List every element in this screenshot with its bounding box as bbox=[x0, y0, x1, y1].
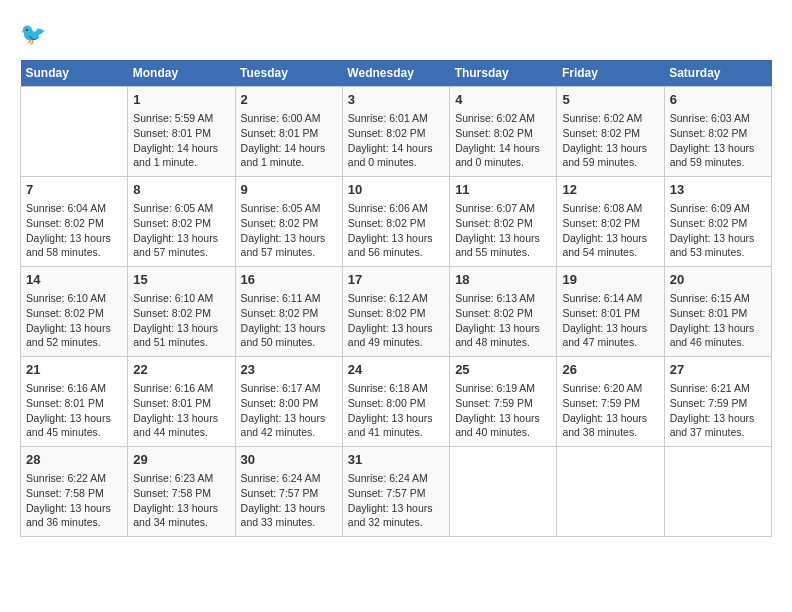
day-number: 9 bbox=[241, 181, 337, 199]
calendar-cell: 8Sunrise: 6:05 AMSunset: 8:02 PMDaylight… bbox=[128, 177, 235, 267]
calendar-cell: 2Sunrise: 6:00 AMSunset: 8:01 PMDaylight… bbox=[235, 87, 342, 177]
cell-line: and 58 minutes. bbox=[26, 245, 122, 260]
calendar-cell: 17Sunrise: 6:12 AMSunset: 8:02 PMDayligh… bbox=[342, 267, 449, 357]
day-number: 14 bbox=[26, 271, 122, 289]
cell-line: and 53 minutes. bbox=[670, 245, 766, 260]
cell-line: Sunset: 8:02 PM bbox=[241, 306, 337, 321]
calendar-week-row: 14Sunrise: 6:10 AMSunset: 8:02 PMDayligh… bbox=[21, 267, 772, 357]
calendar-cell: 13Sunrise: 6:09 AMSunset: 8:02 PMDayligh… bbox=[664, 177, 771, 267]
calendar-cell: 24Sunrise: 6:18 AMSunset: 8:00 PMDayligh… bbox=[342, 357, 449, 447]
calendar-cell: 16Sunrise: 6:11 AMSunset: 8:02 PMDayligh… bbox=[235, 267, 342, 357]
cell-line: Sunset: 8:02 PM bbox=[562, 126, 658, 141]
cell-line: and 50 minutes. bbox=[241, 335, 337, 350]
cell-line: and 57 minutes. bbox=[241, 245, 337, 260]
page-header: 🐦 bbox=[20, 20, 772, 50]
day-number: 23 bbox=[241, 361, 337, 379]
cell-line: Sunset: 8:02 PM bbox=[455, 126, 551, 141]
calendar-cell: 20Sunrise: 6:15 AMSunset: 8:01 PMDayligh… bbox=[664, 267, 771, 357]
cell-line: Daylight: 14 hours bbox=[241, 141, 337, 156]
cell-line: Daylight: 13 hours bbox=[241, 411, 337, 426]
day-number: 1 bbox=[133, 91, 229, 109]
svg-text:🐦: 🐦 bbox=[20, 21, 47, 47]
calendar-cell: 27Sunrise: 6:21 AMSunset: 7:59 PMDayligh… bbox=[664, 357, 771, 447]
cell-line: Daylight: 13 hours bbox=[562, 231, 658, 246]
cell-line: Daylight: 13 hours bbox=[241, 231, 337, 246]
cell-line: Sunset: 8:00 PM bbox=[241, 396, 337, 411]
cell-line: Sunrise: 6:18 AM bbox=[348, 381, 444, 396]
cell-line: Sunrise: 6:24 AM bbox=[241, 471, 337, 486]
cell-line: and 52 minutes. bbox=[26, 335, 122, 350]
cell-line: Sunset: 8:02 PM bbox=[670, 126, 766, 141]
cell-line: and 54 minutes. bbox=[562, 245, 658, 260]
day-number: 24 bbox=[348, 361, 444, 379]
cell-line: Daylight: 13 hours bbox=[348, 231, 444, 246]
cell-line: Sunrise: 6:13 AM bbox=[455, 291, 551, 306]
day-number: 15 bbox=[133, 271, 229, 289]
cell-line: Daylight: 13 hours bbox=[562, 321, 658, 336]
cell-line: Sunrise: 6:09 AM bbox=[670, 201, 766, 216]
cell-line: and 47 minutes. bbox=[562, 335, 658, 350]
cell-line: Sunrise: 6:05 AM bbox=[133, 201, 229, 216]
cell-line: Daylight: 13 hours bbox=[348, 501, 444, 516]
cell-line: and 46 minutes. bbox=[670, 335, 766, 350]
cell-line: and 33 minutes. bbox=[241, 515, 337, 530]
day-number: 4 bbox=[455, 91, 551, 109]
day-number: 7 bbox=[26, 181, 122, 199]
cell-line: and 57 minutes. bbox=[133, 245, 229, 260]
calendar-body: 1Sunrise: 5:59 AMSunset: 8:01 PMDaylight… bbox=[21, 87, 772, 537]
cell-line: and 0 minutes. bbox=[348, 155, 444, 170]
cell-line: Sunrise: 6:10 AM bbox=[133, 291, 229, 306]
cell-line: Sunset: 8:02 PM bbox=[241, 216, 337, 231]
cell-line: Sunrise: 5:59 AM bbox=[133, 111, 229, 126]
cell-line: Sunset: 8:01 PM bbox=[562, 306, 658, 321]
calendar-cell: 4Sunrise: 6:02 AMSunset: 8:02 PMDaylight… bbox=[450, 87, 557, 177]
calendar-cell bbox=[21, 87, 128, 177]
day-header: Thursday bbox=[450, 60, 557, 87]
day-number: 2 bbox=[241, 91, 337, 109]
cell-line: Sunrise: 6:06 AM bbox=[348, 201, 444, 216]
cell-line: Daylight: 13 hours bbox=[348, 321, 444, 336]
cell-line: Daylight: 13 hours bbox=[455, 321, 551, 336]
cell-line: and 32 minutes. bbox=[348, 515, 444, 530]
cell-line: Daylight: 13 hours bbox=[562, 141, 658, 156]
cell-line: Sunrise: 6:21 AM bbox=[670, 381, 766, 396]
cell-line: Sunrise: 6:20 AM bbox=[562, 381, 658, 396]
calendar-cell: 12Sunrise: 6:08 AMSunset: 8:02 PMDayligh… bbox=[557, 177, 664, 267]
cell-line: Daylight: 14 hours bbox=[348, 141, 444, 156]
cell-line: Sunrise: 6:08 AM bbox=[562, 201, 658, 216]
cell-line: Sunrise: 6:17 AM bbox=[241, 381, 337, 396]
cell-line: Sunset: 8:01 PM bbox=[133, 126, 229, 141]
cell-line: and 42 minutes. bbox=[241, 425, 337, 440]
cell-line: Sunset: 8:02 PM bbox=[562, 216, 658, 231]
day-header: Tuesday bbox=[235, 60, 342, 87]
calendar-cell: 18Sunrise: 6:13 AMSunset: 8:02 PMDayligh… bbox=[450, 267, 557, 357]
day-number: 13 bbox=[670, 181, 766, 199]
cell-line: Sunset: 8:01 PM bbox=[133, 396, 229, 411]
cell-line: Daylight: 13 hours bbox=[348, 411, 444, 426]
cell-line: and 0 minutes. bbox=[455, 155, 551, 170]
cell-line: Sunset: 8:01 PM bbox=[670, 306, 766, 321]
calendar-cell: 10Sunrise: 6:06 AMSunset: 8:02 PMDayligh… bbox=[342, 177, 449, 267]
cell-line: and 37 minutes. bbox=[670, 425, 766, 440]
cell-line: Sunset: 8:02 PM bbox=[133, 306, 229, 321]
cell-line: Sunrise: 6:14 AM bbox=[562, 291, 658, 306]
logo: 🐦 bbox=[20, 20, 54, 50]
cell-line: Daylight: 13 hours bbox=[670, 231, 766, 246]
calendar-cell: 22Sunrise: 6:16 AMSunset: 8:01 PMDayligh… bbox=[128, 357, 235, 447]
cell-line: and 55 minutes. bbox=[455, 245, 551, 260]
cell-line: Sunrise: 6:02 AM bbox=[455, 111, 551, 126]
day-number: 11 bbox=[455, 181, 551, 199]
day-number: 3 bbox=[348, 91, 444, 109]
calendar-cell: 15Sunrise: 6:10 AMSunset: 8:02 PMDayligh… bbox=[128, 267, 235, 357]
cell-line: Daylight: 13 hours bbox=[133, 411, 229, 426]
cell-line: Sunrise: 6:11 AM bbox=[241, 291, 337, 306]
cell-line: and 44 minutes. bbox=[133, 425, 229, 440]
cell-line: and 45 minutes. bbox=[26, 425, 122, 440]
cell-line: Sunrise: 6:19 AM bbox=[455, 381, 551, 396]
day-number: 8 bbox=[133, 181, 229, 199]
cell-line: Daylight: 13 hours bbox=[133, 321, 229, 336]
cell-line: and 1 minute. bbox=[133, 155, 229, 170]
cell-line: Sunset: 7:57 PM bbox=[241, 486, 337, 501]
calendar-cell: 23Sunrise: 6:17 AMSunset: 8:00 PMDayligh… bbox=[235, 357, 342, 447]
cell-line: Sunset: 7:58 PM bbox=[26, 486, 122, 501]
